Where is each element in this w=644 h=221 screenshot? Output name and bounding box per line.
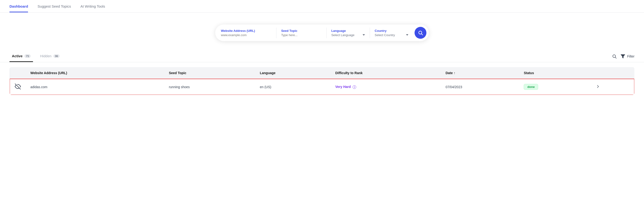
- search-icon: [418, 30, 423, 35]
- language-value: Select Language: [331, 33, 365, 37]
- seed-topic-input[interactable]: [281, 33, 322, 37]
- difficulty-value: Very Hard: [335, 85, 351, 89]
- row-language: en (US): [255, 79, 330, 95]
- chevron-right-icon: [596, 84, 600, 89]
- chevron-down-icon: [406, 34, 408, 36]
- row-date: 07/04/2023: [441, 79, 519, 95]
- tab-active-badge: 71: [24, 54, 30, 58]
- svg-marker-4: [621, 55, 625, 58]
- content-tabs-section: Active 71 Hidden 36 Filter: [0, 51, 644, 62]
- tab-hidden-badge: 36: [54, 54, 60, 58]
- filter-label: Filter: [627, 54, 634, 58]
- nav-tab-ai-writing[interactable]: AI Writing Tools: [80, 4, 105, 12]
- row-difficulty: Very Hard i: [330, 79, 441, 95]
- url-field-wrapper: Website Address (URL): [221, 28, 276, 38]
- data-table: Website Address (URL) Seed Topic Languag…: [10, 67, 634, 95]
- seed-topic-field-wrapper: Seed Topic: [276, 28, 326, 38]
- url-input[interactable]: [221, 33, 272, 37]
- tab-hidden-label: Hidden: [40, 54, 52, 58]
- col-language: Language: [255, 67, 330, 79]
- table-section: Website Address (URL) Seed Topic Languag…: [0, 62, 644, 100]
- col-difficulty: Difficulty to Rank: [330, 67, 441, 79]
- filter-button[interactable]: Filter: [620, 54, 634, 59]
- tabs-left: Active 71 Hidden 36: [10, 51, 67, 62]
- table-row: adidas.com running shoes en (US) Very Ha…: [10, 79, 634, 95]
- col-url: Website Address (URL): [26, 67, 164, 79]
- col-action: [591, 67, 634, 79]
- nav-tab-suggest[interactable]: Suggest Seed Topics: [38, 4, 71, 12]
- filter-icon: [620, 54, 625, 59]
- row-hide-cell[interactable]: [10, 79, 26, 95]
- nav-tab-dashboard[interactable]: Dashboard: [10, 4, 28, 12]
- row-action[interactable]: [591, 79, 634, 95]
- language-dropdown[interactable]: Language Select Language: [326, 28, 370, 38]
- col-hide: [10, 67, 26, 79]
- search-bar: Website Address (URL) Seed Topic Languag…: [215, 25, 429, 41]
- table-header-row: Website Address (URL) Seed Topic Languag…: [10, 67, 634, 79]
- country-label: Country: [375, 29, 408, 33]
- chevron-down-icon: [362, 34, 365, 36]
- status-badge: done: [524, 84, 538, 90]
- col-seed-topic: Seed Topic: [164, 67, 255, 79]
- col-date[interactable]: Date ↑: [441, 67, 519, 79]
- tab-hidden[interactable]: Hidden 36: [38, 51, 62, 62]
- svg-line-1: [422, 34, 422, 35]
- search-icon[interactable]: [612, 54, 617, 59]
- language-label: Language: [331, 29, 365, 33]
- tab-active[interactable]: Active 71: [10, 51, 33, 62]
- info-icon[interactable]: i: [352, 85, 356, 89]
- tabs-right: Filter: [612, 54, 634, 59]
- url-label: Website Address (URL): [221, 29, 272, 33]
- country-dropdown[interactable]: Country Select Country: [370, 28, 413, 38]
- row-seed-topic: running shoes: [164, 79, 255, 95]
- seed-topic-label: Seed Topic: [281, 29, 322, 33]
- row-status: done: [519, 79, 591, 95]
- search-section: Website Address (URL) Seed Topic Languag…: [0, 13, 644, 51]
- row-url: adidas.com: [26, 79, 164, 95]
- hide-icon: [15, 83, 21, 90]
- svg-line-3: [615, 57, 616, 59]
- search-button[interactable]: [414, 27, 426, 39]
- col-status: Status: [519, 67, 591, 79]
- tab-active-label: Active: [12, 54, 22, 58]
- top-navigation: Dashboard Suggest Seed Topics AI Writing…: [0, 0, 644, 13]
- country-value: Select Country: [375, 33, 408, 37]
